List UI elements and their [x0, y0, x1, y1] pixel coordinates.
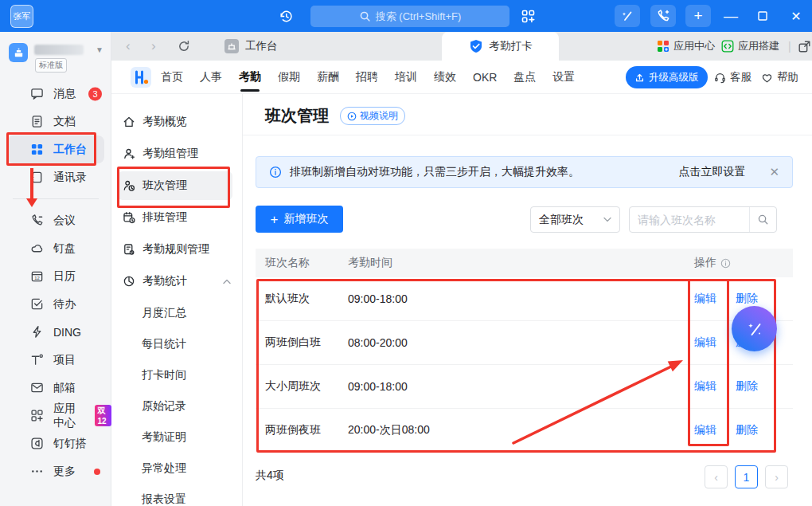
- sidebar-item-ding[interactable]: DING: [0, 318, 111, 346]
- project-icon: [30, 353, 44, 367]
- tab-workbench[interactable]: 工作台: [215, 32, 336, 61]
- menu-hr[interactable]: 人事: [198, 70, 224, 84]
- sidebar-item-meeting[interactable]: 会议: [0, 206, 111, 234]
- banner-close-icon[interactable]: ✕: [769, 165, 779, 179]
- subnav-punch-times[interactable]: 打卡时间: [111, 359, 242, 390]
- chat-icon: [30, 87, 44, 100]
- subnav-report-settings[interactable]: 报表设置: [111, 484, 242, 506]
- sidebar-item-contacts[interactable]: 通讯录: [0, 163, 111, 191]
- edit-link[interactable]: 编辑: [694, 335, 716, 350]
- tabbar-divider: |: [788, 32, 791, 61]
- menu-training[interactable]: 培训: [393, 70, 419, 84]
- ai-assistant-fab[interactable]: [732, 306, 777, 351]
- close-button[interactable]: ✕: [788, 0, 804, 32]
- back-icon[interactable]: ‹: [126, 32, 131, 61]
- prev-page-button[interactable]: ‹: [705, 465, 728, 488]
- search-placeholder: 搜索 (Ctrl+Shift+F): [376, 10, 462, 24]
- org-avatar[interactable]: [9, 43, 28, 62]
- sidebar-item-drive[interactable]: 钉盘: [0, 234, 111, 262]
- chevron-up-icon[interactable]: [223, 279, 231, 284]
- edit-link[interactable]: 编辑: [694, 423, 716, 437]
- subnav-shift-mgmt[interactable]: 班次管理: [118, 171, 232, 200]
- video-guide-badge[interactable]: 视频说明: [340, 107, 405, 125]
- history-icon[interactable]: [276, 0, 295, 32]
- subnav-attendance-proof[interactable]: 考勤证明: [111, 422, 242, 453]
- org-switcher-caret-icon[interactable]: ▼: [96, 45, 103, 54]
- upgrade-button[interactable]: 升级高级版: [626, 66, 708, 88]
- subnav-overview[interactable]: 考勤概览: [111, 106, 242, 138]
- user-avatar[interactable]: 张军: [10, 5, 33, 28]
- tab-attendance[interactable]: 考勤打卡: [442, 32, 559, 61]
- sidebar-item-more[interactable]: 更多: [0, 457, 111, 485]
- delete-link[interactable]: 删除: [736, 292, 758, 306]
- support-link[interactable]: 客服: [713, 61, 751, 94]
- sidebar-item-calendar[interactable]: 12 日历: [0, 262, 111, 290]
- play-icon: [347, 112, 357, 121]
- sidebar-item-todo[interactable]: 待办: [0, 290, 111, 318]
- subnav-group-mgmt[interactable]: 考勤组管理: [111, 138, 242, 170]
- col-actions: 操作: [694, 256, 758, 270]
- menu-payroll[interactable]: 薪酬: [315, 70, 341, 84]
- subnav-monthly-summary[interactable]: 月度汇总: [111, 297, 242, 328]
- tabbar-app-build[interactable]: 应用搭建: [721, 32, 779, 61]
- menu-attendance[interactable]: 考勤: [237, 70, 263, 84]
- subnav-rules-mgmt[interactable]: 考勤规则管理: [111, 233, 242, 265]
- promo-banner: 排班制新增自动对班功能，只需三步开启，大幅提升效率。 点击立即设置 ✕: [256, 156, 793, 188]
- sidebar-item-project[interactable]: 项目: [0, 346, 111, 374]
- subnav-daily-stats[interactable]: 每日统计: [111, 328, 242, 359]
- org-name-blurred: [34, 45, 84, 55]
- tabbar-app-center[interactable]: 应用中心: [657, 32, 715, 61]
- plus-icon: +: [271, 213, 279, 226]
- delete-link[interactable]: 删除: [736, 423, 758, 437]
- sidebar-item-workbench[interactable]: 工作台: [7, 135, 104, 163]
- notification-dot: [94, 469, 100, 475]
- current-page-button[interactable]: 1: [735, 465, 758, 488]
- sidebar-item-app-center[interactable]: 应用中心 双12: [0, 402, 111, 430]
- menu-inventory[interactable]: 盘点: [512, 70, 537, 84]
- subnav-exception-handling[interactable]: 异常处理: [111, 453, 242, 484]
- menu-performance[interactable]: 绩效: [432, 70, 458, 84]
- minimize-button[interactable]: —: [723, 0, 739, 32]
- edit-link[interactable]: 编辑: [694, 379, 716, 394]
- mail-icon: [30, 381, 44, 394]
- shift-filter-select[interactable]: 全部班次: [530, 206, 620, 233]
- shift-search-box: [629, 206, 777, 233]
- sidebar-item-messages[interactable]: 消息 3: [0, 80, 111, 108]
- magic-wand-button[interactable]: [615, 5, 640, 27]
- global-search-input[interactable]: 搜索 (Ctrl+Shift+F): [310, 6, 509, 27]
- subnav-schedule-mgmt[interactable]: 排班管理: [111, 202, 242, 233]
- svg-text:12: 12: [34, 276, 40, 280]
- shift-search-input[interactable]: [630, 214, 749, 226]
- sidebar-item-dingda[interactable]: 钉钉搭: [0, 430, 111, 457]
- window-titlebar: 张军 搜索 (Ctrl+Shift+F) + — ✕: [0, 0, 812, 32]
- edit-link[interactable]: 编辑: [694, 292, 716, 306]
- banner-setup-link[interactable]: 点击立即设置: [678, 165, 745, 179]
- menu-home[interactable]: 首页: [159, 70, 185, 84]
- refresh-icon[interactable]: [178, 32, 190, 61]
- call-button[interactable]: [650, 5, 676, 27]
- menu-okr[interactable]: OKR: [471, 71, 498, 84]
- chevron-down-icon: [603, 217, 611, 222]
- next-page-button[interactable]: ›: [765, 465, 788, 488]
- app-launcher-icon[interactable]: [517, 0, 538, 32]
- table-header: 班次名称 考勤时间 操作: [256, 249, 793, 277]
- add-button[interactable]: +: [685, 5, 711, 27]
- add-shift-button[interactable]: + 新增班次: [256, 206, 343, 233]
- search-icon[interactable]: [749, 207, 776, 232]
- todo-check-icon: [30, 297, 44, 311]
- menu-recruit[interactable]: 招聘: [354, 70, 380, 84]
- sidebar-item-mail[interactable]: 邮箱: [0, 374, 111, 402]
- sidebar-item-docs[interactable]: 文档: [0, 108, 111, 135]
- open-external-icon[interactable]: [798, 32, 811, 61]
- subnav-raw-records[interactable]: 原始记录: [111, 390, 242, 422]
- subnav-stats[interactable]: 考勤统计: [111, 265, 242, 297]
- delete-link[interactable]: 删除: [736, 379, 758, 394]
- forward-icon[interactable]: ›: [151, 32, 156, 61]
- menu-settings[interactable]: 设置: [551, 70, 576, 84]
- maximize-button[interactable]: [755, 0, 771, 32]
- help-link[interactable]: 帮助: [760, 61, 798, 94]
- app-center-color-icon: [657, 40, 670, 53]
- dingtalk-window: 张军 搜索 (Ctrl+Shift+F) + — ✕ ▼ 标准版: [0, 0, 812, 506]
- app-center-icon: [30, 409, 44, 422]
- menu-leave[interactable]: 假期: [276, 70, 302, 84]
